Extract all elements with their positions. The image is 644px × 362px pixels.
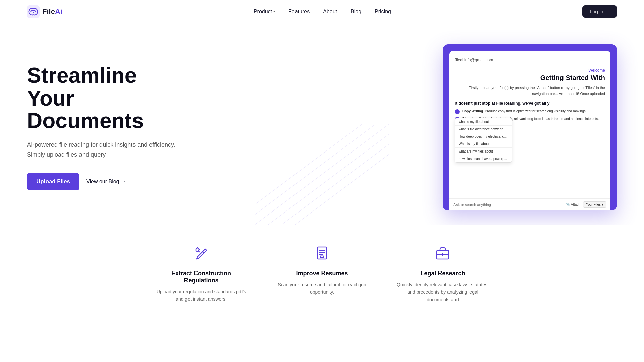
svg-line-6 (255, 124, 362, 225)
mockup-bottom-bar: 📎 Attach Your Files ▾ (449, 198, 610, 210)
mockup-suggestions: what is my file about what is file diffe… (455, 118, 512, 163)
features-section: Extract Construction Regulations Upload … (0, 225, 644, 317)
chevron-down-icon: ▾ (273, 10, 275, 13)
mockup-email: fileai.info@gmail.com (455, 56, 605, 64)
hero-subtitle: AI-powered file reading for quick insigh… (27, 140, 175, 160)
feature-title-legal: Legal Research (396, 270, 490, 277)
suggestion-1[interactable]: what is file difference between... (455, 126, 512, 133)
feature-desc-legal: Quickly identify relevant case laws, sta… (396, 281, 490, 303)
mockup-files-dropdown[interactable]: Your Files ▾ (583, 201, 606, 208)
mockup-desc: Firstly upload your file(s) by pressing … (455, 85, 605, 96)
feature-card-construction: Extract Construction Regulations Upload … (154, 245, 248, 303)
suggestion-5[interactable]: how close can i have a powerp... (455, 155, 512, 162)
feature-desc-construction: Upload your regulation and standards pdf… (154, 288, 248, 303)
navbar: FileAi Product ▾ Features About Blog Pri… (0, 0, 644, 23)
chevron-down-icon: ▾ (602, 203, 603, 206)
feature-card-legal: Legal Research Quickly identify relevant… (396, 245, 490, 303)
suggestion-4[interactable]: what are my files about (455, 148, 512, 155)
mockup-content: fileai.info@gmail.com Welcome Getting St… (449, 51, 610, 198)
logo[interactable]: FileAi (27, 5, 62, 18)
nav-item-blog[interactable]: Blog (351, 9, 361, 15)
hero-actions: Upload Files View our Blog → (27, 173, 175, 190)
svg-point-1 (33, 12, 34, 13)
view-blog-link[interactable]: View our Blog → (86, 179, 126, 185)
logo-ai: Ai (55, 7, 62, 16)
svg-line-4 (282, 124, 389, 225)
tools-icon (154, 245, 248, 264)
svg-line-7 (295, 124, 389, 225)
suggestion-2[interactable]: How deep does my electrical c... (455, 133, 512, 140)
nav-item-product[interactable]: Product ▾ (254, 9, 275, 15)
svg-line-3 (268, 124, 389, 225)
svg-line-2 (255, 124, 389, 225)
hero-decoration (255, 124, 389, 225)
suggestion-0[interactable]: what is my file about (455, 118, 512, 126)
bullet-text-0: Produce copy that is optimized for searc… (485, 109, 587, 113)
login-button[interactable]: Log in → (582, 5, 617, 18)
nav-item-about[interactable]: About (323, 9, 337, 15)
mockup-welcome: Welcome (455, 68, 605, 73)
svg-line-5 (255, 124, 376, 225)
upload-files-button[interactable]: Upload Files (27, 173, 79, 190)
mockup-heading: Getting Started With (455, 74, 605, 82)
bullet-dot-0 (455, 109, 460, 114)
mockup-search-input[interactable] (453, 203, 563, 207)
hero-section: Streamline Your Documents AI-powered fil… (0, 23, 644, 225)
logo-file: File (42, 7, 55, 16)
feature-title-construction: Extract Construction Regulations (154, 270, 248, 284)
nav-item-pricing[interactable]: Pricing (375, 9, 391, 15)
briefcase-icon (396, 245, 490, 264)
feature-title-resumes: Improve Resumes (275, 270, 369, 277)
mockup-attach-button[interactable]: 📎 Attach (566, 203, 580, 206)
document-icon (275, 245, 369, 264)
nav-links: Product ▾ Features About Blog Pricing (254, 9, 391, 15)
hero-mockup: fileai.info@gmail.com Welcome Getting St… (443, 44, 617, 210)
hero-content: Streamline Your Documents AI-powered fil… (27, 64, 175, 190)
mockup-bullet-0: Copy Writing. Produce copy that is optim… (455, 109, 605, 114)
mockup-section-title: It doesn't just stop at File Reading, we… (455, 101, 605, 106)
feature-card-resumes: Improve Resumes Scan your resume and tai… (275, 245, 369, 303)
hero-title: Streamline Your Documents (27, 64, 175, 132)
suggestion-3[interactable]: What is my file about (455, 140, 512, 148)
feature-desc-resumes: Scan your resume and tailor it for each … (275, 281, 369, 296)
app-mockup: fileai.info@gmail.com Welcome Getting St… (443, 44, 617, 210)
nav-item-features[interactable]: Features (288, 9, 310, 15)
bullet-label-0: Copy Writing. (462, 109, 484, 113)
